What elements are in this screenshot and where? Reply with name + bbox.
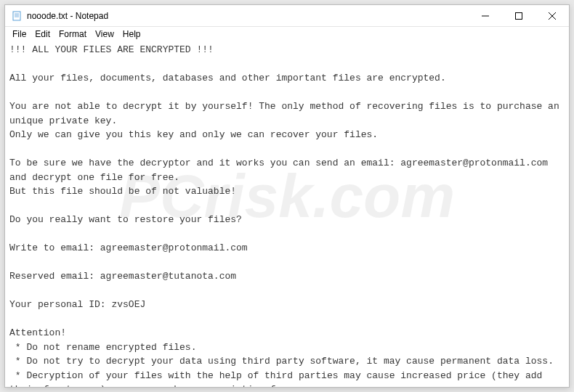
window-title: nooode.txt - Notepad bbox=[27, 11, 469, 21]
menu-help[interactable]: Help bbox=[118, 28, 145, 40]
menubar: File Edit Format View Help bbox=[5, 27, 569, 41]
minimize-icon bbox=[482, 12, 489, 20]
close-icon bbox=[549, 12, 556, 20]
text-area[interactable]: !!! ALL YOUR FILES ARE ENCRYPTED !!! All… bbox=[5, 41, 569, 387]
menu-format[interactable]: Format bbox=[54, 28, 91, 40]
menu-edit[interactable]: Edit bbox=[31, 28, 54, 40]
minimize-button[interactable] bbox=[469, 5, 502, 26]
svg-rect-5 bbox=[516, 12, 522, 19]
window-controls bbox=[469, 5, 569, 26]
maximize-icon bbox=[515, 12, 522, 20]
titlebar: nooode.txt - Notepad bbox=[5, 5, 569, 27]
menu-view[interactable]: View bbox=[91, 28, 118, 40]
maximize-button[interactable] bbox=[502, 5, 535, 26]
svg-rect-0 bbox=[13, 12, 20, 20]
menu-file[interactable]: File bbox=[8, 28, 31, 40]
notepad-window: nooode.txt - Notepad File Edit bbox=[4, 4, 570, 388]
close-button[interactable] bbox=[535, 5, 569, 26]
notepad-icon bbox=[11, 10, 23, 22]
